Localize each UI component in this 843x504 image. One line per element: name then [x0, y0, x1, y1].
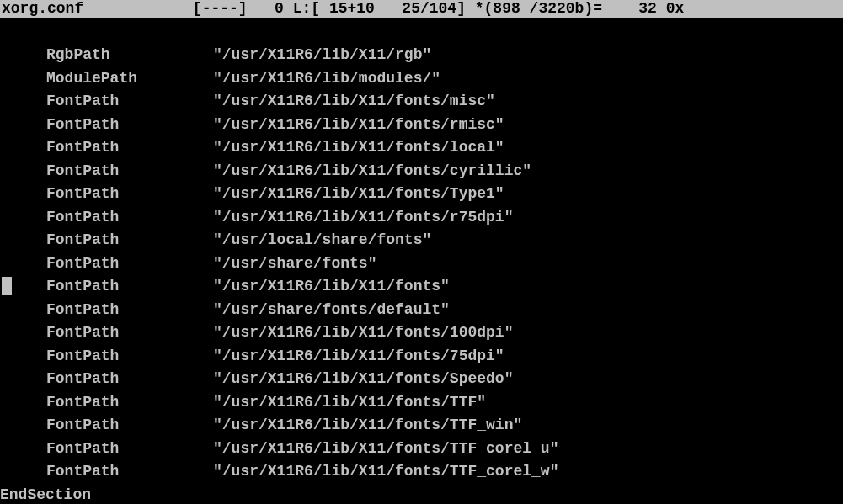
config-key: FontPath [46, 368, 213, 390]
status-line-label: L:[ [293, 0, 320, 17]
config-key: FontPath [46, 160, 213, 183]
config-value: "/usr/local/share/fonts" [213, 231, 431, 248]
config-value: "/usr/X11R6/lib/X11/fonts/local" [213, 139, 504, 156]
status-bar: xorg.conf [----] 0 L:[ 15+10 25/104] *(8… [0, 0, 843, 18]
config-key: FontPath [46, 414, 213, 437]
config-key: FontPath [46, 321, 213, 344]
editor-line[interactable]: ModulePath"/usr/X11R6/lib/modules/" [0, 67, 843, 91]
config-key: FontPath [46, 391, 213, 414]
status-line-pos: 25/104] [402, 0, 466, 17]
endsection-line[interactable]: EndSection [0, 484, 843, 505]
config-key: FontPath [46, 229, 213, 252]
status-line-offset: 15+10 [329, 0, 375, 17]
config-value: "/usr/share/fonts" [213, 255, 376, 272]
editor-line[interactable]: RgbPath"/usr/X11R6/lib/X11/rgb" [0, 44, 843, 67]
editor-line[interactable]: FontPath"/usr/X11R6/lib/X11/fonts" [0, 275, 843, 299]
editor-viewport[interactable]: RgbPath"/usr/X11R6/lib/X11/rgb"ModulePat… [0, 18, 843, 504]
config-value: "/usr/X11R6/lib/X11/fonts/TTF_corel_u" [213, 440, 558, 457]
status-char-dec: 32 [638, 0, 657, 17]
config-value: "/usr/X11R6/lib/X11/fonts/cyrillic" [213, 162, 531, 179]
editor-line[interactable]: FontPath"/usr/share/fonts" [0, 252, 843, 276]
editor-line[interactable]: FontPath"/usr/X11R6/lib/X11/fonts/misc" [0, 90, 843, 114]
config-value: "/usr/X11R6/lib/X11/fonts/rmisc" [213, 116, 504, 133]
config-key: FontPath [46, 183, 213, 205]
config-key: FontPath [46, 460, 213, 483]
editor-line[interactable]: FontPath"/usr/X11R6/lib/X11/fonts/Type1" [0, 183, 843, 206]
status-filename: xorg.conf [2, 0, 83, 17]
config-key: FontPath [46, 90, 213, 113]
config-key: FontPath [46, 299, 213, 321]
editor-line[interactable]: FontPath"/usr/X11R6/lib/X11/fonts/r75dpi… [0, 206, 843, 230]
editor-line[interactable]: FontPath"/usr/X11R6/lib/X11/fonts/TTF" [0, 391, 843, 415]
config-value: "/usr/X11R6/lib/X11/fonts/Type1" [213, 185, 504, 202]
config-key: FontPath [46, 114, 213, 136]
status-char-hex: 0x [666, 0, 685, 17]
config-value: "/usr/X11R6/lib/X11/fonts/75dpi" [213, 347, 504, 364]
config-key: FontPath [46, 275, 213, 298]
config-value: "/usr/X11R6/lib/X11/fonts" [213, 278, 450, 294]
config-value: "/usr/X11R6/lib/X11/fonts/r75dpi" [213, 209, 513, 225]
status-col: 0 [275, 0, 284, 17]
status-bytes: *(898 /3220b)= [475, 0, 602, 17]
cursor [2, 277, 12, 295]
editor-line[interactable]: FontPath"/usr/X11R6/lib/X11/fonts/TTF_co… [0, 438, 843, 461]
config-value: "/usr/share/fonts/default" [213, 301, 450, 318]
config-key: FontPath [46, 206, 213, 229]
editor-line[interactable]: FontPath"/usr/X11R6/lib/X11/fonts/TTF_co… [0, 460, 843, 484]
config-key: FontPath [46, 136, 213, 159]
config-value: "/usr/X11R6/lib/X11/fonts/misc" [213, 93, 495, 109]
editor-line[interactable]: FontPath"/usr/X11R6/lib/X11/fonts/Speedo… [0, 368, 843, 391]
status-flags: [----] [193, 0, 248, 17]
editor-line[interactable]: FontPath"/usr/X11R6/lib/X11/fonts/cyrill… [0, 160, 843, 183]
config-value: "/usr/X11R6/lib/X11/fonts/100dpi" [213, 324, 513, 341]
config-key: FontPath [46, 345, 213, 368]
editor-line[interactable]: FontPath"/usr/X11R6/lib/X11/fonts/100dpi… [0, 321, 843, 345]
config-value: "/usr/X11R6/lib/X11/fonts/Speedo" [213, 370, 513, 387]
editor-line[interactable]: FontPath"/usr/X11R6/lib/X11/fonts/TTF_wi… [0, 414, 843, 438]
config-value: "/usr/X11R6/lib/modules/" [213, 70, 440, 87]
config-key: ModulePath [46, 67, 213, 90]
config-value: "/usr/X11R6/lib/X11/fonts/TTF_corel_w" [213, 463, 558, 480]
config-value: "/usr/X11R6/lib/X11/fonts/TTF" [213, 394, 486, 411]
editor-line[interactable]: FontPath"/usr/local/share/fonts" [0, 229, 843, 252]
editor-line[interactable]: FontPath"/usr/X11R6/lib/X11/fonts/rmisc" [0, 114, 843, 137]
config-value: "/usr/X11R6/lib/X11/fonts/TTF_win" [213, 416, 522, 433]
config-value: "/usr/X11R6/lib/X11/rgb" [213, 46, 431, 63]
editor-line[interactable]: FontPath"/usr/share/fonts/default" [0, 299, 843, 322]
editor-line[interactable]: FontPath"/usr/X11R6/lib/X11/fonts/local" [0, 136, 843, 160]
config-key: FontPath [46, 438, 213, 460]
config-key: RgbPath [46, 44, 213, 66]
editor-line[interactable]: FontPath"/usr/X11R6/lib/X11/fonts/75dpi" [0, 345, 843, 369]
config-key: FontPath [46, 252, 213, 275]
